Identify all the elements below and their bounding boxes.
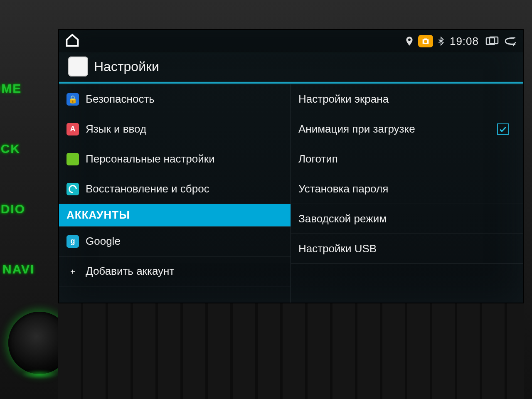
detail-item-logo[interactable]: Логотип xyxy=(291,144,523,174)
detail-item-label: Установка пароля xyxy=(298,182,388,195)
page-title: Настройки xyxy=(94,59,159,74)
plus-icon: ＋ xyxy=(66,265,79,278)
sidebar-item-label: Восстановление и сброс xyxy=(86,182,209,195)
detail-item-label: Анимация при загрузке xyxy=(298,123,415,135)
detail-item-label: Заводской режим xyxy=(298,212,387,225)
settings-category-list: 🔒 Безопасность A Язык и ввод Персональны… xyxy=(59,84,291,303)
detail-item-label: Настройки экрана xyxy=(298,93,389,106)
sidebar-item-label: Добавить аккаунт xyxy=(86,265,174,278)
location-icon xyxy=(404,36,415,47)
app-header: Настройки xyxy=(59,52,523,82)
detail-item-usb-settings[interactable]: Настройки USB xyxy=(291,234,523,264)
google-icon: g xyxy=(66,235,79,248)
detail-item-boot-animation[interactable]: Анимация при загрузке xyxy=(291,114,523,144)
sidebar-item-personal[interactable]: Персональные настройки xyxy=(59,144,291,174)
bezel-back-button[interactable]: ACK xyxy=(0,118,58,179)
bezel-bottom xyxy=(58,303,524,399)
detail-item-label: Логотип xyxy=(298,153,338,165)
sidebar-item-label: Google xyxy=(86,235,121,248)
lock-icon: 🔒 xyxy=(66,93,79,106)
sidebar-section-label: АККАУНТЫ xyxy=(66,209,130,222)
checkbox-checked-icon[interactable] xyxy=(497,123,509,135)
detail-item-factory-mode[interactable]: Заводской режим xyxy=(291,204,523,234)
personal-icon xyxy=(66,153,79,165)
sidebar-section-accounts: АККАУНТЫ xyxy=(59,204,291,227)
back-nav-icon[interactable] xyxy=(503,35,517,47)
home-icon[interactable] xyxy=(65,33,80,49)
settings-detail-list: Настройки экрана Анимация при загрузке Л… xyxy=(291,84,523,303)
sidebar-item-add-account[interactable]: ＋ Добавить аккаунт xyxy=(59,256,291,286)
bezel-navi-button[interactable]: NAVI xyxy=(0,239,58,299)
sidebar-item-language[interactable]: A Язык и ввод xyxy=(59,114,291,144)
detail-item-password[interactable]: Установка пароля xyxy=(291,174,523,204)
sidebar-item-backup-reset[interactable]: Восстановление и сброс xyxy=(59,174,291,204)
status-bar: 19:08 xyxy=(59,30,523,52)
camera-badge-icon xyxy=(418,35,433,47)
language-icon: A xyxy=(66,123,79,135)
status-clock: 19:08 xyxy=(450,35,479,48)
sidebar-item-label: Персональные настройки xyxy=(86,153,215,165)
bezel-home-button[interactable]: OME xyxy=(0,58,58,118)
detail-item-screen-settings[interactable]: Настройки экрана xyxy=(291,84,523,114)
restore-icon xyxy=(66,183,79,195)
bezel-radio-button[interactable]: ADIO xyxy=(0,179,58,239)
sidebar-item-google[interactable]: g Google xyxy=(59,227,291,256)
settings-app-icon xyxy=(68,57,88,76)
sidebar-item-security[interactable]: 🔒 Безопасность xyxy=(59,84,291,114)
lcd-screen: 19:08 Настройки 🔒 Безопасность A xyxy=(58,29,524,303)
sidebar-item-label: Безопасность xyxy=(86,93,155,106)
detail-item-label: Настройки USB xyxy=(298,242,377,255)
header-divider xyxy=(59,82,523,84)
bluetooth-icon xyxy=(436,36,446,47)
recent-apps-icon[interactable] xyxy=(485,35,500,47)
sidebar-item-label: Язык и ввод xyxy=(86,123,146,135)
